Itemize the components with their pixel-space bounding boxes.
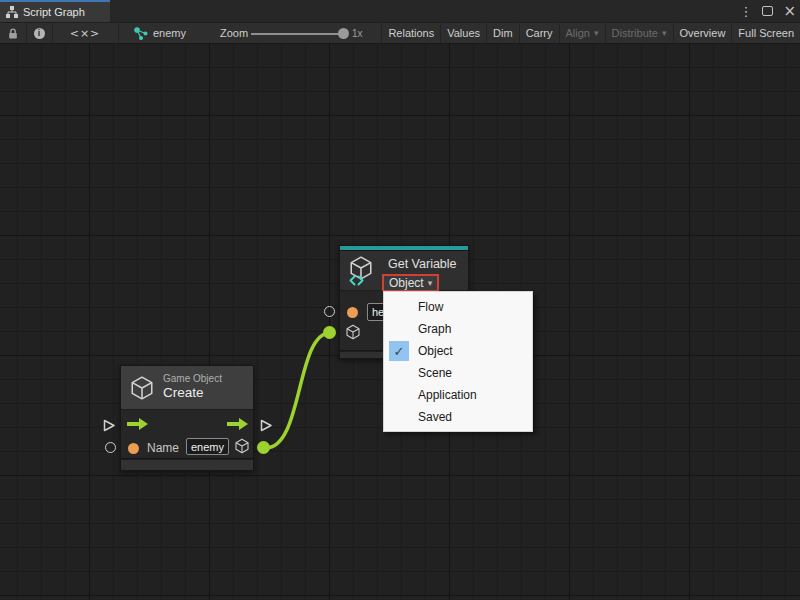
menu-item-flow[interactable]: Flow (384, 296, 532, 318)
name-input-port[interactable] (128, 443, 139, 454)
align-button[interactable]: Align ▾ (559, 23, 605, 43)
code-brackets-icon (349, 275, 364, 286)
carry-button[interactable]: Carry (519, 23, 559, 43)
cube-icon (345, 324, 361, 340)
info-icon: i (34, 28, 45, 39)
variable-scope-dropdown[interactable]: Object ▾ (382, 274, 439, 292)
window-menu-icon[interactable]: ⋮ (739, 5, 752, 18)
relations-button[interactable]: Relations (381, 23, 440, 43)
graph-hierarchy-icon (6, 6, 18, 18)
tab-script-graph[interactable]: Script Graph (0, 0, 110, 22)
chevron-down-icon: ▾ (594, 28, 599, 38)
full-screen-button[interactable]: Full Screen (731, 23, 800, 43)
node-category: Game Object (163, 373, 222, 385)
flow-out-port[interactable] (259, 418, 273, 433)
flow-in-port[interactable] (102, 418, 116, 433)
cube-icon (234, 438, 250, 454)
values-button[interactable]: Values (440, 23, 486, 43)
overview-button[interactable]: Overview (673, 23, 732, 43)
maximize-icon[interactable] (762, 6, 773, 16)
check-icon: ✓ (389, 341, 409, 361)
current-graph-indicator: enemy (134, 23, 194, 43)
zoom-slider-handle[interactable] (338, 28, 349, 39)
menu-item-object[interactable]: ✓ Object (384, 340, 532, 362)
value-in-port[interactable] (105, 442, 116, 453)
graph-toolbar: i <×> enemy Zoom 1x Relations (0, 22, 800, 44)
close-icon[interactable]: × (783, 4, 796, 19)
zoom-slider-track[interactable] (251, 33, 345, 35)
menu-item-graph[interactable]: Graph (384, 318, 532, 340)
graph-node-icon (134, 27, 148, 40)
node-title: Create (163, 385, 222, 401)
lock-icon (7, 27, 19, 40)
chevron-down-icon: ▾ (662, 28, 667, 38)
code-view-button[interactable]: <×> (52, 23, 118, 43)
flow-in-arrow-icon[interactable] (127, 418, 148, 430)
menu-item-scene[interactable]: Scene (384, 362, 532, 384)
menu-item-saved[interactable]: Saved (384, 406, 532, 428)
info-button[interactable]: i (26, 23, 52, 43)
object-in-port[interactable] (323, 326, 336, 339)
create-node[interactable]: Game Object Create Name enemy (120, 365, 254, 471)
zoom-label: Zoom (220, 23, 248, 43)
variable-name-port[interactable] (347, 307, 358, 318)
menu-item-application[interactable]: Application (384, 384, 532, 406)
create-node-header[interactable]: Game Object Create (120, 365, 254, 410)
zoom-value: 1x (352, 23, 363, 43)
get-variable-header[interactable]: Get Variable Object ▾ (339, 250, 469, 291)
game-object-out-port[interactable] (257, 441, 270, 454)
cube-icon (129, 375, 155, 401)
code-icon: <×> (70, 27, 101, 40)
chevron-down-icon: ▾ (428, 278, 433, 288)
create-node-footer (120, 459, 254, 471)
title-bar: Script Graph ⋮ × (0, 0, 800, 22)
scope-dropdown-menu: Flow Graph ✓ Object Scene Application Sa… (383, 291, 533, 432)
graph-canvas[interactable]: Game Object Create Name enemy (0, 44, 800, 600)
tab-title: Script Graph (23, 6, 85, 18)
dim-button[interactable]: Dim (486, 23, 519, 43)
name-in-port[interactable] (324, 306, 335, 317)
name-value-field[interactable]: enemy (186, 438, 229, 455)
script-graph-window: Script Graph ⋮ × i <×> (0, 0, 800, 600)
flow-out-arrow-icon[interactable] (227, 418, 248, 430)
lock-button[interactable] (0, 23, 26, 43)
distribute-button[interactable]: Distribute ▾ (605, 23, 673, 43)
node-title: Get Variable (388, 257, 457, 271)
graph-name-label: enemy (153, 27, 186, 39)
create-node-body: Name enemy (120, 410, 254, 459)
toolbar-button-rail: Relations Values Dim Carry Align ▾ Distr… (381, 23, 800, 43)
param-label: Name (147, 441, 179, 455)
